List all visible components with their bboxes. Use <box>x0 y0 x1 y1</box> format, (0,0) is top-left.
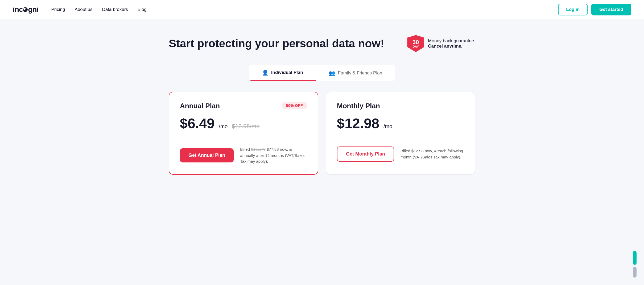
annual-discount-badge: 50% OFF <box>282 102 307 109</box>
monthly-plan-card: Monthly Plan $12.98 /mo Get Monthly Plan… <box>326 92 475 175</box>
annual-price-row: $6.49 /mo $12.98/mo <box>180 115 307 131</box>
monthly-divider <box>337 139 464 139</box>
annual-divider <box>180 139 307 139</box>
shield-day-label: DAY <box>412 45 419 48</box>
logo-dot <box>23 7 28 12</box>
monthly-price-main: $12.98 <box>337 115 379 131</box>
individual-icon: 👤 <box>262 69 269 76</box>
annual-plan-header: Annual Plan 50% OFF <box>180 102 307 110</box>
plans-grid: Annual Plan 50% OFF $6.49 /mo $12.98/mo … <box>169 92 475 175</box>
logo[interactable]: incgni <box>13 5 38 14</box>
hero-title: Start protecting your personal data now! <box>169 37 384 50</box>
annual-price-period: /mo <box>219 123 228 129</box>
annual-plan-footer: Get Annual Plan Billed $155.76 $77.88 no… <box>180 146 307 165</box>
shield-days: 30 <box>412 39 419 45</box>
tabs-container: 👤 Individual Plan 👥 Family & Friends Pla… <box>169 65 475 81</box>
monthly-price-period: /mo <box>383 123 392 129</box>
shield-badge: 30 DAY <box>407 35 424 52</box>
nav-links: Pricing About us Data brokers Blog <box>51 7 558 12</box>
annual-price-main: $6.49 <box>180 115 214 131</box>
tab-family[interactable]: 👥 Family & Friends Plan <box>316 65 395 81</box>
tab-family-label: Family & Friends Plan <box>338 70 382 76</box>
nav-pricing-link[interactable]: Pricing <box>51 7 65 12</box>
annual-price-old: $12.98/mo <box>232 123 259 130</box>
monthly-billing-note: Billed $12.98 now, & each following mont… <box>401 148 464 160</box>
family-icon: 👥 <box>329 70 335 76</box>
tabs-wrapper: 👤 Individual Plan 👥 Family & Friends Pla… <box>249 65 395 81</box>
guarantee-box: 30 DAY Money back guarantee. Cancel anyt… <box>407 35 475 52</box>
monthly-plan-header: Monthly Plan <box>337 102 464 110</box>
get-annual-plan-button[interactable]: Get Annual Plan <box>180 148 234 162</box>
guarantee-line1: Money back guarantee. <box>428 38 475 44</box>
nav-about-link[interactable]: About us <box>75 7 92 12</box>
annual-billing-note: Billed $155.76 $77.88 now, & annually af… <box>240 146 307 165</box>
monthly-plan-footer: Get Monthly Plan Billed $12.98 now, & ea… <box>337 146 464 162</box>
annual-plan-name: Annual Plan <box>180 102 220 110</box>
nav-blog-link[interactable]: Blog <box>138 7 147 12</box>
nav-actions: Log in Get started <box>558 4 631 15</box>
nav-data-brokers-link[interactable]: Data brokers <box>102 7 128 12</box>
tab-individual-label: Individual Plan <box>271 70 303 75</box>
guarantee-line2: Cancel anytime. <box>428 44 462 49</box>
login-button[interactable]: Log in <box>558 4 588 15</box>
tab-individual[interactable]: 👤 Individual Plan <box>249 65 316 81</box>
hero-row: Start protecting your personal data now!… <box>169 35 475 52</box>
guarantee-text: Money back guarantee. Cancel anytime. <box>428 38 475 49</box>
monthly-plan-name: Monthly Plan <box>337 102 380 110</box>
get-started-button[interactable]: Get started <box>591 4 631 15</box>
monthly-price-row: $12.98 /mo <box>337 115 464 131</box>
main-content: Start protecting your personal data now!… <box>162 19 482 196</box>
get-monthly-plan-button[interactable]: Get Monthly Plan <box>337 146 394 162</box>
annual-plan-card: Annual Plan 50% OFF $6.49 /mo $12.98/mo … <box>169 92 318 175</box>
navbar: incgni Pricing About us Data brokers Blo… <box>0 0 644 19</box>
